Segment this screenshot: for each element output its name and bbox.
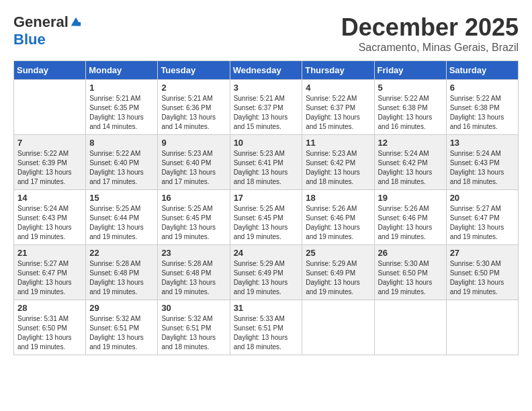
calendar-week-row: 14Sunrise: 5:24 AMSunset: 6:43 PMDayligh… — [14, 190, 519, 245]
calendar-day-cell: 4Sunrise: 5:22 AMSunset: 6:37 PMDaylight… — [302, 80, 374, 135]
calendar-day-cell: 18Sunrise: 5:26 AMSunset: 6:46 PMDayligh… — [302, 190, 374, 245]
day-info: Sunrise: 5:22 AMSunset: 6:38 PMDaylight:… — [450, 94, 515, 132]
calendar-day-cell: 19Sunrise: 5:26 AMSunset: 6:46 PMDayligh… — [374, 190, 446, 245]
calendar-week-row: 28Sunrise: 5:31 AMSunset: 6:50 PMDayligh… — [14, 300, 519, 355]
day-number: 23 — [161, 248, 226, 258]
day-info: Sunrise: 5:23 AMSunset: 6:41 PMDaylight:… — [234, 149, 299, 187]
calendar-day-cell: 31Sunrise: 5:33 AMSunset: 6:51 PMDayligh… — [230, 300, 302, 355]
day-header-sunday: Sunday — [14, 61, 86, 80]
day-number: 8 — [89, 138, 154, 148]
day-info: Sunrise: 5:23 AMSunset: 6:42 PMDaylight:… — [306, 149, 370, 187]
calendar-week-row: 7Sunrise: 5:22 AMSunset: 6:39 PMDaylight… — [14, 135, 519, 190]
day-info: Sunrise: 5:25 AMSunset: 6:44 PMDaylight:… — [89, 204, 154, 242]
day-info: Sunrise: 5:28 AMSunset: 6:48 PMDaylight:… — [161, 259, 226, 297]
day-number: 9 — [161, 138, 226, 148]
day-info: Sunrise: 5:27 AMSunset: 6:47 PMDaylight:… — [17, 259, 82, 297]
logo-general: General — [13, 13, 69, 31]
calendar-day-cell: 3Sunrise: 5:21 AMSunset: 6:37 PMDaylight… — [230, 80, 302, 135]
day-number: 4 — [306, 83, 370, 93]
calendar-day-cell: 7Sunrise: 5:22 AMSunset: 6:39 PMDaylight… — [14, 135, 86, 190]
day-info: Sunrise: 5:25 AMSunset: 6:45 PMDaylight:… — [161, 204, 226, 242]
calendar-day-cell: 30Sunrise: 5:32 AMSunset: 6:51 PMDayligh… — [158, 300, 230, 355]
day-header-friday: Friday — [374, 61, 446, 80]
day-info: Sunrise: 5:30 AMSunset: 6:50 PMDaylight:… — [378, 259, 443, 297]
calendar-day-cell: 2Sunrise: 5:21 AMSunset: 6:36 PMDaylight… — [158, 80, 230, 135]
calendar-day-cell: 12Sunrise: 5:24 AMSunset: 6:42 PMDayligh… — [374, 135, 446, 190]
day-number: 5 — [378, 83, 443, 93]
calendar-day-cell: 16Sunrise: 5:25 AMSunset: 6:45 PMDayligh… — [158, 190, 230, 245]
calendar-day-cell: 14Sunrise: 5:24 AMSunset: 6:43 PMDayligh… — [14, 190, 86, 245]
calendar-day-cell: 25Sunrise: 5:29 AMSunset: 6:49 PMDayligh… — [302, 245, 374, 300]
day-number: 30 — [161, 303, 226, 313]
day-info: Sunrise: 5:24 AMSunset: 6:43 PMDaylight:… — [450, 149, 515, 187]
day-info: Sunrise: 5:21 AMSunset: 6:36 PMDaylight:… — [161, 94, 226, 132]
day-number: 6 — [450, 83, 515, 93]
day-info: Sunrise: 5:32 AMSunset: 6:51 PMDaylight:… — [161, 314, 226, 352]
calendar-day-cell: 27Sunrise: 5:30 AMSunset: 6:50 PMDayligh… — [446, 245, 518, 300]
day-number: 28 — [17, 303, 82, 313]
calendar-day-cell: 10Sunrise: 5:23 AMSunset: 6:41 PMDayligh… — [230, 135, 302, 190]
day-info: Sunrise: 5:30 AMSunset: 6:50 PMDaylight:… — [450, 259, 515, 297]
location: Sacramento, Minas Gerais, Brazil — [341, 42, 519, 54]
day-info: Sunrise: 5:31 AMSunset: 6:50 PMDaylight:… — [17, 314, 82, 352]
day-info: Sunrise: 5:21 AMSunset: 6:37 PMDaylight:… — [234, 94, 299, 132]
day-number: 31 — [234, 303, 299, 313]
day-info: Sunrise: 5:22 AMSunset: 6:40 PMDaylight:… — [89, 149, 154, 187]
day-number: 27 — [450, 248, 515, 258]
logo-blue: Blue — [13, 31, 46, 48]
day-number: 2 — [161, 83, 226, 93]
day-number: 19 — [378, 193, 443, 203]
day-info: Sunrise: 5:28 AMSunset: 6:48 PMDaylight:… — [89, 259, 154, 297]
title-block: December 2025 Sacramento, Minas Gerais, … — [341, 13, 519, 54]
day-number: 15 — [89, 193, 154, 203]
month-title: December 2025 — [341, 13, 519, 42]
day-number: 17 — [234, 193, 299, 203]
day-info: Sunrise: 5:23 AMSunset: 6:40 PMDaylight:… — [161, 149, 226, 187]
calendar-day-cell: 20Sunrise: 5:27 AMSunset: 6:47 PMDayligh… — [446, 190, 518, 245]
day-header-wednesday: Wednesday — [230, 61, 302, 80]
calendar-day-cell: 8Sunrise: 5:22 AMSunset: 6:40 PMDaylight… — [86, 135, 158, 190]
calendar-day-cell: 11Sunrise: 5:23 AMSunset: 6:42 PMDayligh… — [302, 135, 374, 190]
calendar-day-cell: 9Sunrise: 5:23 AMSunset: 6:40 PMDaylight… — [158, 135, 230, 190]
day-info: Sunrise: 5:22 AMSunset: 6:39 PMDaylight:… — [17, 149, 82, 187]
calendar-day-cell: 21Sunrise: 5:27 AMSunset: 6:47 PMDayligh… — [14, 245, 86, 300]
calendar-day-cell: 23Sunrise: 5:28 AMSunset: 6:48 PMDayligh… — [158, 245, 230, 300]
day-header-saturday: Saturday — [446, 61, 518, 80]
calendar-day-cell: 29Sunrise: 5:32 AMSunset: 6:51 PMDayligh… — [86, 300, 158, 355]
page-header: General Blue December 2025 Sacramento, M… — [13, 13, 519, 54]
calendar-header-row: SundayMondayTuesdayWednesdayThursdayFrid… — [14, 61, 519, 80]
calendar-week-row: 21Sunrise: 5:27 AMSunset: 6:47 PMDayligh… — [14, 245, 519, 300]
day-info: Sunrise: 5:21 AMSunset: 6:35 PMDaylight:… — [89, 94, 154, 132]
calendar-day-cell: 15Sunrise: 5:25 AMSunset: 6:44 PMDayligh… — [86, 190, 158, 245]
calendar-week-row: 1Sunrise: 5:21 AMSunset: 6:35 PMDaylight… — [14, 80, 519, 135]
calendar-day-cell: 22Sunrise: 5:28 AMSunset: 6:48 PMDayligh… — [86, 245, 158, 300]
day-number: 26 — [378, 248, 443, 258]
calendar-day-cell: 6Sunrise: 5:22 AMSunset: 6:38 PMDaylight… — [446, 80, 518, 135]
day-number: 10 — [234, 138, 299, 148]
logo-icon — [70, 16, 82, 28]
logo: General Blue — [13, 13, 82, 48]
day-number: 7 — [17, 138, 82, 148]
calendar-table: SundayMondayTuesdayWednesdayThursdayFrid… — [13, 60, 519, 355]
day-number: 20 — [450, 193, 515, 203]
calendar-day-cell — [374, 300, 446, 355]
day-info: Sunrise: 5:22 AMSunset: 6:38 PMDaylight:… — [378, 94, 443, 132]
day-info: Sunrise: 5:33 AMSunset: 6:51 PMDaylight:… — [234, 314, 299, 352]
day-number: 12 — [378, 138, 443, 148]
calendar-day-cell — [14, 80, 86, 135]
day-info: Sunrise: 5:29 AMSunset: 6:49 PMDaylight:… — [306, 259, 370, 297]
calendar-day-cell: 13Sunrise: 5:24 AMSunset: 6:43 PMDayligh… — [446, 135, 518, 190]
day-number: 3 — [234, 83, 299, 93]
day-info: Sunrise: 5:26 AMSunset: 6:46 PMDaylight:… — [378, 204, 443, 242]
day-info: Sunrise: 5:26 AMSunset: 6:46 PMDaylight:… — [306, 204, 370, 242]
day-number: 11 — [306, 138, 370, 148]
calendar-day-cell: 24Sunrise: 5:29 AMSunset: 6:49 PMDayligh… — [230, 245, 302, 300]
day-header-monday: Monday — [86, 61, 158, 80]
calendar-day-cell: 1Sunrise: 5:21 AMSunset: 6:35 PMDaylight… — [86, 80, 158, 135]
calendar-day-cell: 5Sunrise: 5:22 AMSunset: 6:38 PMDaylight… — [374, 80, 446, 135]
day-header-thursday: Thursday — [302, 61, 374, 80]
day-number: 18 — [306, 193, 370, 203]
day-header-tuesday: Tuesday — [158, 61, 230, 80]
calendar-day-cell: 17Sunrise: 5:25 AMSunset: 6:45 PMDayligh… — [230, 190, 302, 245]
day-number: 14 — [17, 193, 82, 203]
